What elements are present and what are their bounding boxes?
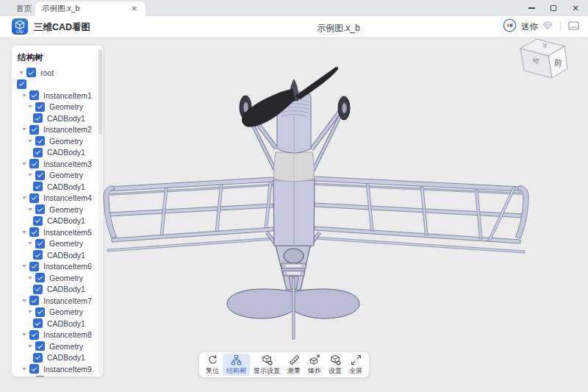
user-badge-label[interactable]: 迷你	[521, 21, 538, 32]
tree-label[interactable]: CADBody1	[47, 182, 85, 191]
tree-row[interactable]: InstanceItem4	[12, 193, 103, 204]
tree-checkbox[interactable]	[35, 102, 45, 112]
tree-label[interactable]: CADBody1	[47, 114, 85, 123]
tree-checkbox[interactable]	[33, 216, 43, 226]
expand-arrow-icon[interactable]	[22, 128, 29, 131]
maximize-button[interactable]	[542, 0, 564, 16]
expand-arrow-icon[interactable]	[28, 345, 35, 348]
tree-row[interactable]: Geometry	[12, 375, 103, 377]
tree-row[interactable]: CADBody1	[12, 215, 103, 227]
tab-active[interactable]: 示例图.x_b ✕	[35, 1, 146, 16]
tree-checkbox[interactable]	[29, 90, 39, 100]
tree-checkbox[interactable]	[35, 136, 45, 146]
tree-row[interactable]: InstanceItem9	[12, 363, 103, 375]
tree-row[interactable]: InstanceItem3	[12, 158, 103, 170]
sidebar-scrollbar-thumb[interactable]	[98, 50, 102, 135]
tree-row[interactable]: InstanceItem8	[12, 329, 103, 341]
tree-row[interactable]: CADBody1	[12, 113, 103, 124]
toolbar-item-reset[interactable]: 复位	[202, 354, 223, 376]
tree-row[interactable]: CADBody1	[12, 147, 103, 159]
user-avatar-badge[interactable]	[503, 18, 517, 35]
tree-label[interactable]: InstanceItem6	[43, 262, 92, 271]
expand-arrow-icon[interactable]	[28, 140, 35, 143]
tree-row[interactable]: Geometry	[12, 101, 103, 113]
tree-checkbox[interactable]	[33, 250, 43, 260]
tree-row[interactable]: Geometry	[12, 341, 103, 352]
tree-row[interactable]: CADBody1	[12, 181, 103, 193]
tree-label[interactable]: Geometry	[49, 274, 83, 282]
tree-label[interactable]: InstanceItem3	[43, 160, 92, 168]
expand-arrow-icon[interactable]	[28, 174, 35, 177]
tree-row[interactable]: InstanceItem1	[12, 90, 103, 101]
tree-row[interactable]: InstanceItem5	[12, 227, 103, 238]
toolbar-item-structure-tree[interactable]: 结构树	[223, 354, 250, 376]
tree-label[interactable]: CADBody1	[47, 148, 85, 157]
tree-label[interactable]: InstanceItem4	[43, 193, 92, 202]
tree-label[interactable]: root	[40, 68, 54, 77]
tree-checkbox[interactable]	[33, 318, 43, 328]
tree-row[interactable]: CADBody1	[12, 318, 103, 329]
tree-label[interactable]: InstanceItem8	[43, 330, 92, 339]
tree-label[interactable]: CADBody1	[47, 353, 85, 362]
expand-arrow-icon[interactable]	[22, 94, 29, 97]
tree-checkbox[interactable]	[29, 227, 39, 237]
tab-home[interactable]: 首页	[10, 0, 37, 16]
tree-checkbox[interactable]	[29, 125, 39, 135]
close-icon[interactable]: ✕	[130, 4, 139, 14]
tree-checkbox[interactable]	[35, 204, 45, 214]
expand-arrow-icon[interactable]	[28, 310, 35, 313]
tree-checkbox[interactable]	[33, 113, 43, 123]
tree-checkbox[interactable]	[33, 148, 43, 157]
expand-arrow-icon[interactable]	[22, 299, 29, 302]
expand-arrow-icon[interactable]	[19, 71, 26, 74]
tree-label[interactable]: InstanceItem1	[43, 91, 92, 100]
tree-checkbox[interactable]	[29, 159, 39, 168]
vip-gem-icon[interactable]	[542, 20, 553, 33]
expand-arrow-icon[interactable]	[28, 208, 35, 211]
tree-checkbox[interactable]	[33, 182, 43, 191]
tree-checkbox[interactable]	[29, 296, 39, 305]
tree-row[interactable]: InstanceItem2	[12, 124, 103, 136]
tree-row[interactable]: Geometry	[12, 204, 103, 215]
toolbar-item-fullscreen[interactable]: 全屏	[345, 354, 366, 376]
tree-checkbox[interactable]	[35, 171, 45, 180]
tree-row[interactable]: root	[12, 67, 103, 79]
tree-label[interactable]: InstanceItem9	[43, 365, 92, 374]
expand-arrow-icon[interactable]	[28, 277, 35, 279]
expand-arrow-icon[interactable]	[22, 368, 29, 371]
expand-arrow-icon[interactable]	[22, 163, 29, 165]
tree-checkbox[interactable]	[33, 353, 43, 363]
tree-row[interactable]: InstanceItem7	[12, 295, 103, 307]
tree-label[interactable]: Geometry	[49, 137, 83, 146]
tree-label[interactable]: InstanceItem2	[43, 125, 92, 134]
tree-label[interactable]: CADBody1	[47, 285, 85, 293]
tree-label[interactable]: CADBody1	[47, 251, 85, 260]
tree-row[interactable]: CADBody1	[12, 352, 103, 364]
toolbar-item-display-settings[interactable]: 显示设置	[250, 354, 284, 376]
tree-row[interactable]: Geometry	[12, 135, 103, 147]
expand-arrow-icon[interactable]	[22, 333, 29, 336]
tree-checkbox[interactable]	[35, 341, 45, 351]
toolbar-item-explode[interactable]: 爆炸	[304, 354, 325, 376]
tree-checkbox[interactable]	[29, 330, 39, 340]
tree-row[interactable]: Geometry	[12, 238, 103, 250]
tree-checkbox[interactable]	[29, 262, 39, 271]
expand-arrow-icon[interactable]	[22, 196, 29, 199]
tree-label[interactable]: InstanceItem5	[43, 228, 92, 237]
tree-row[interactable]: InstanceItem6	[12, 261, 103, 273]
tree-checkbox[interactable]	[35, 307, 45, 317]
nav-cube[interactable]: 前 左 顶	[520, 39, 567, 78]
tree-checkbox[interactable]	[26, 68, 36, 77]
close-button[interactable]: ✕	[564, 0, 587, 16]
tree-checkbox[interactable]	[35, 239, 45, 249]
tree-checkbox[interactable]	[17, 79, 26, 89]
tree-checkbox[interactable]	[33, 285, 43, 294]
tree-row[interactable]: Geometry	[12, 307, 103, 318]
tree-label[interactable]: Geometry	[49, 102, 83, 111]
tree-label[interactable]: CADBody1	[47, 216, 85, 225]
expand-arrow-icon[interactable]	[22, 231, 29, 234]
tree-checkbox[interactable]	[29, 193, 39, 203]
tree-checkbox[interactable]	[35, 376, 45, 377]
tree-label[interactable]: InstanceItem7	[43, 296, 92, 305]
tree-row[interactable]: Geometry	[12, 272, 103, 284]
